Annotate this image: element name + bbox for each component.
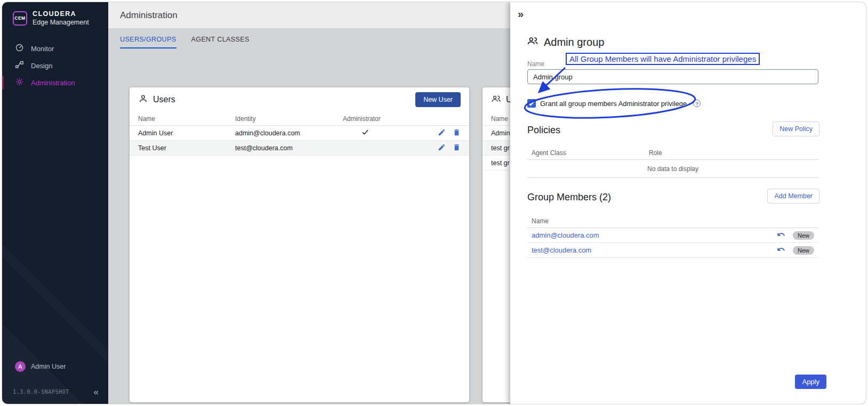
new-user-button[interactable]: New User <box>415 92 461 107</box>
admin-group-drawer: » Admin group Name Grant all group membe… <box>510 2 866 404</box>
administrator-cell <box>343 128 433 138</box>
admin-privilege-checkbox[interactable] <box>527 99 536 108</box>
member-name-link[interactable]: admin@cloudera.com <box>532 231 769 239</box>
sidebar-item-monitor[interactable]: Monitor <box>2 40 108 57</box>
members-section-title: Group Members (2) <box>527 192 611 203</box>
version-row: 1.3.0.0-SNAPSHOT « <box>2 384 108 400</box>
row-actions <box>438 143 461 153</box>
product-name: Edge Management <box>33 19 89 26</box>
page-title: Administration <box>120 10 178 21</box>
app-logo: CEM CLOUDERA Edge Management <box>2 2 108 26</box>
col-administrator: Administrator <box>343 115 433 123</box>
col-name: Name <box>138 115 235 123</box>
app-window: CEM CLOUDERA Edge Management Monitor <box>2 2 866 404</box>
col-role: Role <box>649 149 814 157</box>
policies-section-title: Policies <box>527 125 560 136</box>
tab-agent-classes[interactable]: AGENT CLASSES <box>191 36 250 48</box>
sidebar-item-label: Monitor <box>31 45 54 53</box>
group-name-input[interactable] <box>527 69 818 84</box>
undo-icon[interactable] <box>777 245 785 256</box>
table-row: test@cloudera.com New <box>527 243 818 258</box>
sidebar-footer: A Admin User 1.3.0.0-SNAPSHOT « <box>2 359 108 404</box>
sidebar-nav: Monitor Design <box>2 40 108 91</box>
policies-table-header: Agent Class Role <box>527 146 818 160</box>
collapse-sidebar-icon[interactable]: « <box>94 387 99 396</box>
policies-table: Agent Class Role No data to display <box>527 146 818 178</box>
new-policy-button[interactable]: New Policy <box>773 121 819 136</box>
people-icon <box>527 35 539 50</box>
members-table: Name admin@cloudera.com New test@clouder… <box>527 214 818 258</box>
users-table-header: Name Identity Administrator <box>130 112 469 126</box>
table-row: Test User test@cloudera.com <box>130 141 469 156</box>
current-user-name: Admin User <box>31 363 66 370</box>
add-member-button[interactable]: Add Member <box>767 189 819 204</box>
row-actions <box>438 128 461 138</box>
apply-button[interactable]: Apply <box>795 375 826 389</box>
table-row: Admin User admin@cloudera.com <box>130 126 469 141</box>
collapse-drawer-icon[interactable]: » <box>518 8 524 20</box>
sidebar: CEM CLOUDERA Edge Management Monitor <box>2 2 108 404</box>
gauge-icon <box>15 43 24 54</box>
member-name-link[interactable]: test@cloudera.com <box>532 246 769 254</box>
people-icon <box>491 94 501 106</box>
status-badge: New <box>793 231 814 240</box>
admin-privilege-label: Grant all group members Administrator pr… <box>540 100 687 108</box>
col-identity: Identity <box>235 115 343 123</box>
name-field-label: Name <box>527 60 544 68</box>
sidebar-item-label: Administration <box>31 79 75 87</box>
cem-logo-icon: CEM <box>13 11 27 26</box>
brand-name: CLOUDERA <box>33 10 89 18</box>
help-icon[interactable]: ? <box>693 100 701 107</box>
sidebar-item-design[interactable]: Design <box>2 57 108 74</box>
user-identity-cell: admin@cloudera.com <box>235 129 343 137</box>
current-user[interactable]: A Admin User <box>2 359 108 374</box>
undo-icon[interactable] <box>777 230 785 241</box>
version-label: 1.3.0.0-SNAPSHOT <box>13 389 69 395</box>
delete-trash-icon[interactable] <box>453 128 461 138</box>
user-name-cell: Test User <box>138 144 235 152</box>
gear-icon <box>15 77 24 88</box>
edit-pencil-icon[interactable] <box>438 128 446 138</box>
table-row: admin@cloudera.com New <box>527 228 818 243</box>
col-name: Name <box>532 217 814 225</box>
status-badge: New <box>793 246 814 255</box>
sidebar-item-administration[interactable]: Administration <box>2 74 108 91</box>
avatar: A <box>15 361 26 372</box>
person-icon <box>138 94 148 106</box>
tab-users-groups[interactable]: USERS/GROUPS <box>120 36 176 48</box>
edit-pencil-icon[interactable] <box>438 143 446 153</box>
col-agent-class: Agent Class <box>532 149 649 157</box>
delete-trash-icon[interactable] <box>453 143 461 153</box>
admin-privilege-row: Grant all group members Administrator pr… <box>527 96 701 110</box>
annotation-callout-box: All Group Members will have Administrato… <box>566 53 760 65</box>
brand-block: CLOUDERA Edge Management <box>33 10 89 26</box>
user-identity-cell: test@cloudera.com <box>235 144 343 152</box>
users-card-title: Users <box>153 95 175 104</box>
user-name-cell: Admin User <box>138 129 235 137</box>
users-card: Users New User Name Identity Administrat… <box>130 87 469 402</box>
check-icon <box>361 131 369 138</box>
drawer-title: Admin group <box>544 36 604 48</box>
sidebar-item-label: Design <box>31 62 52 70</box>
members-table-header: Name <box>527 214 818 228</box>
empty-state-text: No data to display <box>527 160 818 178</box>
users-card-header: Users New User <box>130 87 469 112</box>
drawer-title-row: Admin group <box>527 35 604 50</box>
design-icon <box>15 60 24 71</box>
